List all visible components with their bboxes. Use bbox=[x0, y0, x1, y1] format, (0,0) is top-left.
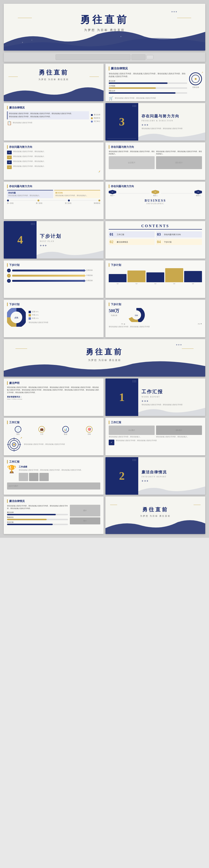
contents-item-1: 工作汇报 bbox=[117, 233, 124, 236]
slide-problems-photos: 存在问题与努力方向 请在此处输入您的文字内容，请在此处输入您的文字内容，请在此处… bbox=[106, 143, 205, 180]
slide-final-hero: 勇往直前 为梦想 为目标 勇往直前 bbox=[106, 497, 205, 534]
slide-hero-2: 勇往直前 为梦想 为目标 勇往直前 ✈ ✈ ✈ bbox=[4, 339, 205, 377]
row-2: 勇往直前 为梦想 为目标 勇往直前 廉洁自律情况 请在此处输入您的文字内容，请在… bbox=[4, 64, 205, 101]
slide-work-trophy: 工作汇报 🏆 工作成绩 请在此处输入您的文字内容，请在此处输入您的文字内容，请在… bbox=[4, 457, 103, 495]
keyboard-decoration bbox=[4, 53, 205, 62]
closing-title: 勇往直前 bbox=[86, 347, 123, 357]
closing-sub: 为梦想 为目标 勇往直前 bbox=[88, 359, 121, 362]
business-label: BUSINESS bbox=[109, 199, 202, 203]
slide-plan-list: 下步计划 1 近期目标 2 中期目标 bbox=[4, 260, 103, 298]
integrity-intro-title: 廉洁自律情况 bbox=[109, 66, 202, 70]
row-12: 廉洁自律情况 请在此处输入您的文字内容，请在此处输入您的文字内容，请在此处输入您… bbox=[4, 497, 205, 534]
business-sub: INFOGRAPHIC bbox=[109, 203, 202, 205]
svg-text:目标: 目标 bbox=[135, 315, 138, 316]
slide-integrity-intro: 廉洁自律情况 请在此处输入您的文字内容，请在此处输入您的文字内容，请在此处输入您… bbox=[106, 64, 205, 101]
row-8: 下步计划 占比 近期 50% bbox=[4, 300, 205, 337]
slide-container: ✈ ✈ ✈ 勇往直前 为梦想 为目标 勇往直前 勇往直前 为梦想 为目标 勇往直… bbox=[0, 0, 209, 538]
stat-500-label: 完成任务 bbox=[109, 314, 119, 317]
stat-500: 500万 bbox=[109, 308, 119, 314]
credit-url: https://1188ku.com/ppt bbox=[7, 398, 100, 400]
slide-problems-list: 存在问题与努力方向 01 请在此处输入您的文字内容，请在此处输入 02 请在此处… bbox=[4, 143, 103, 180]
row-10: 工作汇报 📄 报告 💼 工作 📊 数据 🎯 bbox=[4, 418, 205, 455]
row-11: 工作汇报 🏆 工作成绩 请在此处输入您的文字内容，请在此处输入您的文字内容，请在… bbox=[4, 457, 205, 495]
slide-contents: CONTENTS 01 工作汇报 03 存在问题与努力方向 02 廉洁自律情况 bbox=[106, 221, 205, 258]
slide-problems-timeline: 存在问题与努力方向 存在问题 请在此处输入您的文字内容，请在此处输入。 努力方向… bbox=[4, 182, 103, 219]
section2-sub: INTEGRITY REPORT bbox=[142, 476, 202, 478]
slide-plan-bars: 下步计划 Q1 Q2 Q3 bbox=[106, 260, 205, 298]
hero-title: 勇往直前 bbox=[80, 13, 129, 26]
slide-hex-infographic: 存在问题与努力方向 01 项目一 02 项目二 bbox=[106, 182, 205, 219]
slide-title-2: 勇往直前 为梦想 为目标 勇往直前 bbox=[4, 64, 103, 101]
section1-sub: WORK REPORT bbox=[142, 396, 202, 398]
row-6: 4 下步计划 NEXT PLAN ✈ ✈ ✈ bbox=[4, 221, 205, 258]
section3-title: 存在问题与努力方向 bbox=[142, 114, 202, 119]
slide2-sub: 为梦想 为目标 勇往直前 bbox=[38, 78, 69, 81]
prog-label-3: 团队合作 bbox=[109, 90, 187, 92]
slide-work-photos: 工作汇报 办公图片 请在此处输入您的文字内容，请在此处输入。 团队图片 请在此处… bbox=[106, 418, 205, 455]
slide-hero: ✈ ✈ ✈ 勇往直前 为梦想 为目标 勇往直前 bbox=[4, 4, 205, 51]
slide-disclaimer: 廉洁声明 请在此处输入您的文字内容，请在此处输入您的文字内容，请在此处输入您的文… bbox=[4, 378, 103, 416]
prog-label-1: 廉洁自律 bbox=[109, 80, 187, 82]
slide-plan-stats: 下步计划 500万 完成任务 目标 bbox=[106, 300, 205, 337]
slide-plan-pie: 下步计划 占比 近期 50% bbox=[4, 300, 103, 337]
contents-item-3: 存在问题与努力方向 bbox=[164, 233, 181, 236]
svg-point-19 bbox=[13, 443, 15, 445]
slide-section-2: 2 廉洁自律情况 INTEGRITY REPORT ✈ ✈ ✈ bbox=[106, 457, 205, 495]
contents-item-4: 下步计划 bbox=[164, 241, 172, 243]
contents-title: CONTENTS bbox=[109, 224, 202, 229]
slide-work-icons: 工作汇报 📄 报告 💼 工作 📊 数据 🎯 bbox=[4, 418, 103, 455]
section1-title: 工作汇报 bbox=[142, 389, 202, 395]
row-5: 存在问题与努力方向 存在问题 请在此处输入您的文字内容，请在此处输入。 努力方向… bbox=[4, 182, 205, 219]
slide-integrity-progress: 廉洁自律情况 请在此处输入您的文字内容，请在此处输入您的文字内容，请在此处输入您… bbox=[4, 497, 103, 534]
svg-text:占比: 占比 bbox=[14, 317, 18, 319]
row-3: 廉洁自律情况 请在此处输入您的文字内容，请在此处输入您的文字内容，请在此处输入您… bbox=[4, 103, 205, 141]
prog-label-2: 工作绩效 bbox=[109, 85, 187, 87]
row-7: 下步计划 1 近期目标 2 中期目标 bbox=[4, 260, 205, 298]
section4-title: 下步计划 bbox=[40, 233, 100, 239]
row-4: 存在问题与努力方向 01 请在此处输入您的文字内容，请在此处输入 02 请在此处… bbox=[4, 143, 205, 180]
row-9: 廉洁声明 请在此处输入您的文字内容，请在此处输入您的文字内容，请在此处输入您的文… bbox=[4, 378, 205, 416]
section3-sub: PROBLEMS & DIRECTION bbox=[142, 120, 202, 122]
slide-section-1: 1 工作汇报 WORK REPORT ✈ ✈ ✈ 请在此处输入您的文字内容，请在… bbox=[106, 378, 205, 416]
slide-section-3: 3 存在问题与努力方向 PROBLEM bbox=[106, 103, 205, 141]
section2-title: 廉洁自律情况 bbox=[142, 470, 202, 475]
section4-sub: NEXT PLAN bbox=[40, 240, 100, 242]
contents-item-2: 廉洁自律情况 bbox=[117, 241, 128, 243]
slide2-title: 勇往直前 bbox=[39, 68, 69, 76]
slide-section-4: 4 下步计划 NEXT PLAN ✈ ✈ ✈ bbox=[4, 221, 103, 258]
hero-subtitle: 为梦想 为目标 勇往直前 bbox=[84, 28, 125, 32]
slide-integrity-detail: 廉洁自律情况 请在此处输入您的文字内容，请在此处输入您的文字内容，请在此处输入您… bbox=[4, 103, 103, 141]
